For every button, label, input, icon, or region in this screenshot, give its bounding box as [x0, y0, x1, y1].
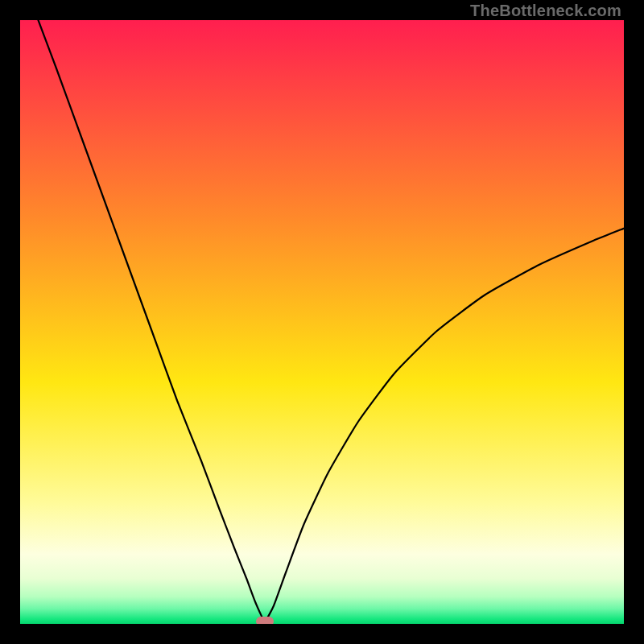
watermark-text: TheBottleneck.com	[470, 2, 621, 20]
minimum-marker	[256, 617, 274, 624]
heat-gradient-background	[20, 20, 624, 624]
plot-area	[20, 20, 624, 624]
chart-frame: TheBottleneck.com	[0, 0, 644, 644]
